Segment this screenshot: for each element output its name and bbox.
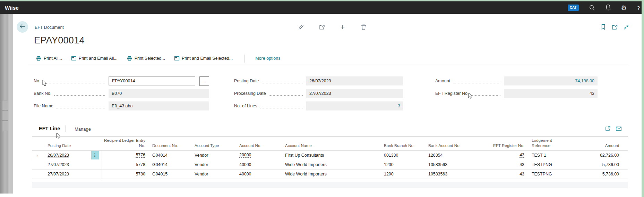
cell-bank-account-no[interactable]: 10583563 — [426, 160, 472, 169]
eft-register-no-field[interactable]: 43 — [504, 89, 598, 98]
print-and-email-selected-button[interactable]: Print and Email Selected... — [174, 56, 233, 61]
cell-account-type[interactable]: Vendor — [192, 150, 237, 160]
header-amount[interactable]: Amount — [569, 138, 628, 150]
cell-indicator — [32, 160, 42, 169]
field-row-eft-register-no: EFT Register No. 43 — [435, 89, 598, 98]
new-row-strip[interactable] — [32, 182, 628, 188]
cell-document-no[interactable]: G04014 — [147, 160, 192, 169]
header-account-type[interactable]: Account Type — [192, 138, 237, 150]
header-account-no[interactable]: Account No. — [237, 138, 283, 150]
app-top-bar: Wiise CAT ⚙ ? — [0, 1, 644, 14]
cell-bank-branch-no[interactable]: 001330 — [381, 150, 426, 160]
no-of-lines-link[interactable]: 3 — [398, 104, 400, 108]
bell-icon[interactable] — [605, 5, 611, 11]
share-icon[interactable] — [318, 24, 325, 31]
header-bank-account-no[interactable]: Bank Account No. — [426, 138, 472, 150]
cell-document-no[interactable]: G04014 — [147, 150, 192, 160]
dotted-leader — [260, 104, 303, 108]
environment-badge[interactable]: CAT — [568, 5, 579, 11]
no-label: No. — [34, 79, 40, 83]
header-indicator — [32, 138, 42, 150]
header-document-no[interactable]: Document No. — [147, 138, 192, 150]
cell-account-type[interactable]: Vendor — [192, 160, 237, 169]
cell-eft-register-no[interactable]: 43 — [472, 150, 526, 160]
cell-account-no[interactable]: 40000 — [237, 160, 283, 169]
header-eft-register-no[interactable]: EFT Register No. — [472, 138, 526, 150]
amount-label: Amount — [435, 79, 450, 83]
header-account-name[interactable]: Account Name — [283, 138, 381, 150]
cell-lodgement-reference[interactable]: TEST 1 — [526, 150, 569, 160]
table-row[interactable]: 27/07/2023 5778 G04014 Vendor 40000 Wide… — [32, 160, 628, 169]
print-all-button[interactable]: Print All... — [36, 56, 62, 61]
cell-options — [88, 169, 102, 179]
bookmark-icon[interactable] — [600, 24, 607, 30]
table-row[interactable]: 27/07/2023 5780 G04015 Vendor 40000 Wide… — [32, 169, 628, 179]
cell-eft-register-no[interactable]: 43 — [472, 160, 526, 169]
app-logo[interactable]: Wiise — [0, 5, 19, 11]
gear-icon[interactable]: ⚙ — [621, 5, 627, 11]
more-options-button[interactable]: More options — [255, 56, 280, 61]
cell-recipient-ledger-entry-no[interactable]: 5778 — [102, 160, 147, 169]
cell-recipient-ledger-entry-no[interactable]: 5776 — [102, 150, 147, 160]
cell-account-type[interactable]: Vendor — [192, 169, 237, 179]
cell-posting-date[interactable]: 27/07/2023 — [42, 160, 88, 169]
field-row-file-name: File Name Eft_43.aba — [34, 101, 209, 110]
cell-lodgement-reference[interactable]: TESTPNG — [526, 160, 569, 169]
cell-bank-branch-no[interactable]: 1200 — [381, 169, 426, 179]
tab-manage[interactable]: Manage — [75, 126, 91, 132]
bank-no-field[interactable]: B070 — [109, 89, 209, 98]
header-posting-date[interactable]: Posting Date — [42, 138, 88, 150]
posting-date-field[interactable]: 26/07/2023 — [306, 76, 403, 85]
amount-field[interactable]: 74,198.00 — [504, 76, 598, 85]
cell-posting-date[interactable]: 26/07/2023 — [42, 150, 88, 160]
cell-options: ⋮ — [88, 150, 102, 160]
eft-line-table: Posting Date Recipient Ledger Entry No. … — [32, 138, 628, 179]
page-caption: EFT Document — [35, 25, 64, 30]
file-name-label: File Name — [34, 104, 53, 108]
open-in-new-window-icon[interactable] — [611, 24, 618, 30]
table-row[interactable]: → 26/07/2023 ⋮ 5776 G04014 Vendor 20000 … — [32, 150, 628, 160]
field-row-amount: Amount 74,198.00 — [435, 76, 598, 85]
cell-amount[interactable]: 62,726.00 — [569, 150, 628, 160]
amount-link[interactable]: 74,198.00 — [575, 79, 594, 83]
cell-document-no[interactable]: G04015 — [147, 169, 192, 179]
collapse-icon[interactable] — [623, 24, 629, 30]
cell-bank-account-no[interactable]: 126354 — [426, 150, 472, 160]
edit-pencil-icon[interactable] — [298, 24, 304, 31]
header-bank-branch-no[interactable]: Bank Branch No. — [381, 138, 426, 150]
dotted-leader — [471, 91, 500, 96]
dotted-leader — [262, 79, 303, 83]
cell-bank-account-no[interactable]: 10583563 — [426, 169, 472, 179]
no-field[interactable]: EPAY00014 — [109, 76, 195, 85]
cell-lodgement-reference[interactable]: TESTPNG — [526, 169, 569, 179]
header-recipient-ledger-entry-no[interactable]: Recipient Ledger Entry No. — [102, 138, 147, 150]
cell-amount[interactable]: 5,736.00 — [569, 169, 628, 179]
cell-account-name[interactable]: Wide World Importers — [283, 160, 381, 169]
processing-date-label: Processing Date — [234, 91, 266, 96]
cell-account-name[interactable]: Wide World Importers — [283, 169, 381, 179]
no-of-lines-field[interactable]: 3 — [306, 101, 403, 110]
envelope-icon[interactable] — [616, 126, 621, 131]
share-icon[interactable] — [605, 126, 611, 131]
tab-eft-line[interactable]: EFT Line — [39, 126, 60, 131]
cell-account-name[interactable]: First Up Consultants — [283, 150, 381, 160]
cell-bank-branch-no[interactable]: 1200 — [381, 160, 426, 169]
print-selected-button[interactable]: Print Selected... — [127, 56, 165, 61]
cell-recipient-ledger-entry-no[interactable]: 5780 — [102, 169, 147, 179]
delete-trash-icon[interactable] — [360, 24, 367, 31]
row-options-button[interactable]: ⋮ — [91, 151, 99, 159]
file-name-field[interactable]: Eft_43.aba — [109, 101, 209, 110]
cell-amount[interactable]: 5,736.00 — [569, 160, 628, 169]
cell-account-no[interactable]: 20000 — [237, 150, 283, 160]
help-icon[interactable]: ? — [637, 5, 640, 10]
add-icon[interactable]: + — [339, 24, 346, 31]
search-icon[interactable] — [589, 5, 595, 11]
print-and-email-all-button[interactable]: Print and Email All... — [71, 56, 118, 61]
back-button[interactable] — [17, 21, 28, 33]
processing-date-field[interactable]: 27/07/2023 — [306, 89, 403, 98]
header-lodgement-reference[interactable]: Lodgement Reference — [526, 138, 569, 150]
assist-edit-button[interactable]: ... — [199, 76, 209, 86]
cell-account-no[interactable]: 40000 — [237, 169, 283, 179]
cell-posting-date[interactable]: 27/07/2023 — [42, 169, 88, 179]
cell-eft-register-no[interactable]: 43 — [472, 169, 526, 179]
